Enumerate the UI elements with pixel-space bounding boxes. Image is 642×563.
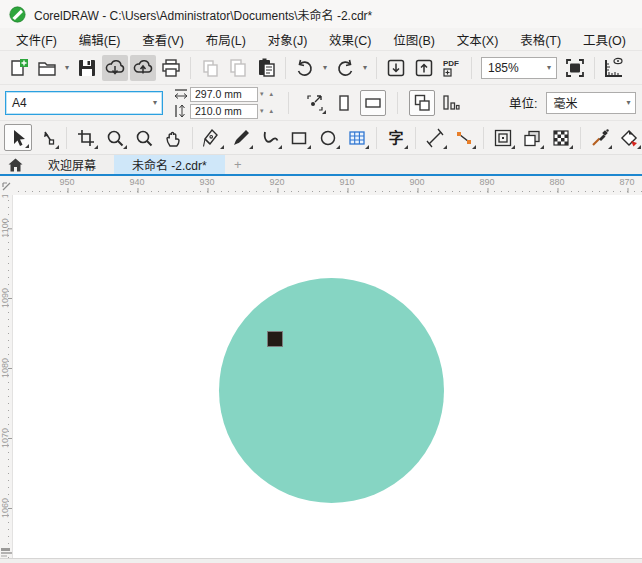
ellipse-object[interactable] — [219, 278, 444, 503]
color-eyedropper-tool[interactable] — [586, 124, 614, 151]
contour-icon — [493, 128, 513, 148]
hand-icon — [163, 128, 183, 148]
svg-text:PDF: PDF — [443, 59, 459, 68]
vruler-label: 1070 — [0, 428, 10, 448]
pen-tool[interactable] — [198, 124, 226, 151]
text-tool[interactable]: 字 — [382, 124, 410, 151]
menu-edit[interactable]: 编辑(E) — [79, 30, 121, 49]
ellipse-tool[interactable] — [314, 124, 342, 151]
hruler-label: 940 — [129, 177, 144, 187]
page-width-spinner[interactable]: ▾ ▴ — [260, 90, 275, 98]
drawing-canvas[interactable] — [14, 195, 642, 558]
new-document-button[interactable] — [6, 55, 32, 81]
toolbar-separator — [594, 57, 595, 79]
vertical-ruler[interactable]: 1110 1100 1090 1080 1070 1060 — [0, 195, 13, 558]
save-icon — [76, 57, 98, 79]
publish-to-pdf-button[interactable]: PDF — [439, 55, 465, 81]
menu-layout[interactable]: 布局(L) — [206, 30, 246, 49]
rectangle-icon — [289, 128, 309, 148]
interactive-fill-tool[interactable] — [615, 124, 642, 151]
redo-button[interactable] — [332, 55, 358, 81]
hruler-label: 870 — [619, 177, 634, 187]
zoom-out-tool[interactable] — [130, 124, 158, 151]
drop-shadow-tool[interactable] — [518, 124, 546, 151]
toolbox: 字 — [0, 120, 642, 155]
menu-bitmaps[interactable]: 位图(B) — [393, 30, 435, 49]
menu-effects[interactable]: 效果(C) — [329, 30, 371, 49]
landscape-orientation-button[interactable] — [360, 90, 386, 116]
graph-paper-tool[interactable] — [343, 124, 371, 151]
menu-object[interactable]: 对象(J) — [268, 30, 308, 49]
cut-icon — [199, 57, 221, 79]
undo-icon — [294, 57, 316, 79]
print-button[interactable] — [158, 55, 184, 81]
menu-text[interactable]: 文本(X) — [457, 30, 499, 49]
text-tool-icon: 字 — [388, 130, 403, 145]
ellipse-icon — [318, 128, 338, 148]
square-object[interactable] — [267, 331, 283, 347]
contour-tool[interactable] — [489, 124, 517, 151]
toolbar-separator — [376, 57, 377, 79]
page-width-field[interactable]: 297.0 mm — [190, 87, 258, 102]
menu-file[interactable]: 文件(F) — [16, 30, 57, 49]
save-to-cloud-button[interactable] — [130, 55, 156, 81]
units-combobox[interactable]: 毫米 — [546, 92, 636, 114]
page-height-field[interactable]: 210.0 mm — [190, 104, 258, 119]
save-button[interactable] — [74, 55, 100, 81]
bspline-tool[interactable] — [256, 124, 284, 151]
zoom-tool[interactable] — [101, 124, 129, 151]
import-button[interactable] — [383, 55, 409, 81]
toolbox-separator — [580, 127, 581, 149]
transparency-tool[interactable] — [547, 124, 575, 151]
crop-tool[interactable] — [72, 124, 100, 151]
tab-welcome-screen[interactable]: 欢迎屏幕 — [30, 155, 114, 174]
connector-tool[interactable] — [450, 124, 478, 151]
pan-tool[interactable] — [159, 124, 187, 151]
page-size-options-button[interactable] — [302, 90, 328, 116]
artistic-media-tool[interactable] — [227, 124, 255, 151]
menu-table[interactable]: 表格(T) — [520, 30, 561, 49]
home-tab-button[interactable] — [0, 155, 30, 174]
curve-icon — [260, 128, 280, 148]
zoom-level-combobox[interactable]: 185% — [481, 57, 557, 79]
rectangle-tool[interactable] — [285, 124, 313, 151]
menu-view[interactable]: 查看(V) — [142, 30, 184, 49]
horizontal-scrollbar-area[interactable] — [0, 558, 642, 563]
shape-tool[interactable] — [33, 124, 61, 151]
page-preset-combobox[interactable]: A4 — [5, 91, 163, 115]
vruler-label: 1080 — [0, 358, 10, 378]
all-pages-button[interactable] — [409, 90, 435, 116]
redo-dropdown-caret[interactable]: ▾ — [360, 63, 370, 72]
tab-document[interactable]: 未命名 -2.cdr* — [114, 155, 225, 174]
horizontal-ruler[interactable]: 950 940 930 920 910 900 890 880 870 — [13, 176, 642, 195]
all-pages-icon — [412, 93, 432, 113]
paste-button[interactable] — [253, 55, 279, 81]
fullscreen-preview-button[interactable] — [562, 55, 588, 81]
menu-tools[interactable]: 工具(O) — [583, 30, 626, 49]
units-value: 毫米 — [547, 94, 621, 111]
ruler-corner[interactable] — [0, 176, 13, 195]
open-from-cloud-button[interactable] — [102, 55, 128, 81]
toolbox-separator — [376, 127, 377, 149]
dimension-tool[interactable] — [421, 124, 449, 151]
current-page-button[interactable] — [438, 90, 464, 116]
paste-icon — [255, 57, 277, 79]
page-height-spinner[interactable]: ▾ ▴ — [260, 107, 275, 115]
open-folder-icon — [36, 57, 58, 79]
undo-dropdown-caret[interactable]: ▾ — [320, 63, 330, 72]
document-tab-bar: 欢迎屏幕 未命名 -2.cdr* + — [0, 155, 642, 176]
export-button[interactable] — [411, 55, 437, 81]
hruler-label: 880 — [549, 177, 564, 187]
pick-tool[interactable] — [4, 124, 32, 151]
open-button[interactable] — [34, 55, 60, 81]
new-tab-button[interactable]: + — [225, 155, 251, 174]
portrait-orientation-button[interactable] — [331, 90, 357, 116]
drop-shadow-icon — [522, 128, 542, 148]
show-rulers-button[interactable] — [601, 55, 627, 81]
open-dropdown-caret[interactable]: ▾ — [62, 63, 72, 72]
import-icon — [385, 57, 407, 79]
standard-toolbar: ▾ — [0, 50, 642, 84]
undo-button[interactable] — [292, 55, 318, 81]
toolbox-separator — [192, 127, 193, 149]
crop-tool-icon — [76, 128, 96, 148]
